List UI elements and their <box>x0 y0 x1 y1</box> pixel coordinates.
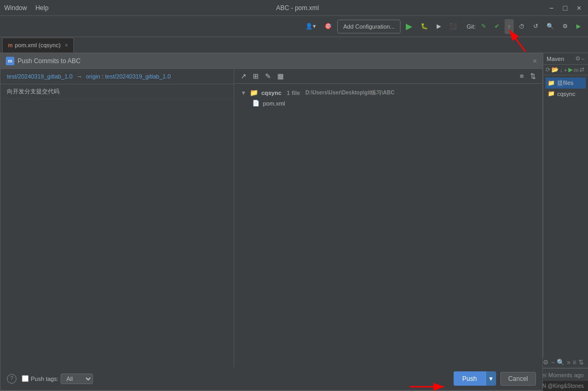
maven-item-cqsync[interactable]: 📁 cqsync <box>546 89 586 99</box>
files-filter-button[interactable]: ⇅ <box>528 71 538 81</box>
bottom-search-button[interactable]: 🔍 <box>557 359 565 366</box>
bottom-hide-button[interactable]: − <box>551 359 555 366</box>
file-tree-root[interactable]: ▼ 📁 cqsync 1 file D:\Users\User\Desktop\… <box>237 87 539 98</box>
dialog-header: m Push Commits to ABC × <box>1 54 542 69</box>
maven-run-icon: ▶ <box>568 66 573 73</box>
maven-download-button[interactable]: ↓ <box>560 67 563 73</box>
bottom-list-icon: ≡ <box>573 359 576 366</box>
git-push-button[interactable]: ↑ <box>505 19 514 34</box>
add-configuration-button[interactable]: Add Configuration... <box>337 20 400 33</box>
dialog-footer: ? Push tags: All <box>1 367 542 390</box>
git-settings-icon: ⚙ <box>563 23 568 30</box>
commits-panel: test/20240319_gitlab_1.0 → origin : test… <box>1 69 234 367</box>
maven-refresh-button[interactable]: ⟳ <box>546 66 550 73</box>
bottom-filter-button[interactable]: ⇅ <box>578 359 584 366</box>
stop-icon: ⬛ <box>449 23 457 30</box>
maven-panel: Maven ⚙ − ⟳ 📂 ↓ + ▶ m <box>543 53 588 391</box>
profile-button[interactable]: 👤▾ <box>302 19 319 34</box>
edit-button[interactable]: ✎ <box>263 71 273 81</box>
close-button[interactable]: × <box>574 3 584 13</box>
maven-item-提files[interactable]: 📁 提files <box>546 77 586 89</box>
branch-from[interactable]: test/20240319_gitlab_1.0 <box>7 73 73 80</box>
view-grid-icon: ⊞ <box>253 72 259 80</box>
target-button[interactable]: 🎯 <box>321 19 335 34</box>
maximize-button[interactable]: □ <box>560 3 570 13</box>
maven-script-button[interactable]: m <box>574 67 578 73</box>
push-tags-area: Push tags: All <box>22 373 93 384</box>
maven-item-label-0: 提files <box>557 79 574 87</box>
files-toolbar-right: ≡ ⇅ <box>517 71 538 81</box>
push-dropdown-icon: ▾ <box>489 375 493 383</box>
git-check-button[interactable]: ✔ <box>491 19 502 34</box>
menu-window[interactable]: Window <box>4 4 27 12</box>
tab-pom-xml[interactable]: m pom.xml (cqsync) × <box>2 38 74 53</box>
maven-run-button[interactable]: ▶ <box>568 66 573 73</box>
cancel-button[interactable]: Cancel <box>500 372 536 386</box>
git-settings-button[interactable]: ⚙ <box>559 19 571 34</box>
push-button[interactable]: Push <box>454 371 485 386</box>
branch-origin[interactable]: origin <box>86 73 100 80</box>
maven-link-icon: ⇄ <box>580 66 584 73</box>
dialog-body: test/20240319_gitlab_1.0 → origin : test… <box>1 69 542 367</box>
git-run-button[interactable]: ▶ <box>573 19 584 34</box>
files-toolbar: ↗ ⊞ ✎ ▦ ≡ <box>234 69 542 84</box>
menu-help[interactable]: Help <box>36 4 49 12</box>
profile-icon: 👤▾ <box>305 23 316 30</box>
maven-link-button[interactable]: ⇄ <box>580 66 584 73</box>
file-name: pom.xml <box>263 100 285 107</box>
maven-action-toolbar: ⟳ 📂 ↓ + ▶ m ⇄ <box>543 65 588 75</box>
run-button[interactable]: ▶ <box>403 19 415 34</box>
push-tags-select[interactable]: All <box>61 373 93 384</box>
push-tags-checkbox[interactable] <box>22 375 29 382</box>
bottom-expand-button[interactable]: » <box>567 359 570 366</box>
bottom-hide-icon: − <box>551 359 555 366</box>
view-toggle-button[interactable]: ▦ <box>275 71 286 81</box>
files-panel: ↗ ⊞ ✎ ▦ ≡ <box>234 69 542 367</box>
maven-open-button[interactable]: 📂 <box>551 66 559 73</box>
debug-button[interactable]: 🐛 <box>417 19 431 34</box>
bottom-settings-icon: ⚙ <box>543 359 549 366</box>
commit-item[interactable]: 向开发分支提交代码 <box>1 84 234 99</box>
editor-pane: m Push Commits to ABC × test/20240319_gi… <box>0 53 543 391</box>
dialog-close-button[interactable]: × <box>533 57 537 65</box>
folder-icon: 📁 <box>250 89 258 97</box>
view-grid-button[interactable]: ⊞ <box>251 71 261 81</box>
git-commit-button[interactable]: ✎ <box>478 19 489 34</box>
tab-close-button[interactable]: × <box>65 42 68 48</box>
commit-message: 向开发分支提交代码 <box>7 88 59 94</box>
view-toggle-icon: ▦ <box>277 72 284 80</box>
git-run-icon: ▶ <box>576 23 581 30</box>
git-revert-button[interactable]: ↺ <box>530 19 541 34</box>
git-search-button[interactable]: 🔍 <box>543 19 557 34</box>
coverage-button[interactable]: ▶ <box>433 19 444 34</box>
help-button[interactable]: ? <box>7 374 16 384</box>
main-toolbar: 👤▾ 🎯 Add Configuration... ▶ 🐛 ▶ ⬛ Git: ✎… <box>0 16 588 37</box>
bottom-list-button[interactable]: ≡ <box>573 359 576 366</box>
bottom-search-icon: 🔍 <box>557 359 565 366</box>
files-sort-button[interactable]: ≡ <box>517 71 526 81</box>
file-path: D:\Users\User\Desktop\git练习\ABC <box>305 89 395 97</box>
branch-to[interactable]: test/20240319_gitlab_1.0 <box>105 73 171 80</box>
maven-script-icon: m <box>574 67 578 73</box>
files-content: ▼ 📁 cqsync 1 file D:\Users\User\Desktop\… <box>234 84 542 367</box>
maven-settings-button[interactable]: ⚙ <box>575 55 581 62</box>
maven-hide-button[interactable]: − <box>582 55 585 62</box>
commit-list: 向开发分支提交代码 <box>1 84 234 367</box>
minimize-button[interactable]: − <box>547 3 556 13</box>
maven-header: Maven ⚙ − <box>543 53 588 65</box>
files-sort-icon: ≡ <box>519 72 524 80</box>
push-dropdown-button[interactable]: ▾ <box>485 371 496 386</box>
bottom-settings-button[interactable]: ⚙ <box>543 359 549 366</box>
run-icon: ▶ <box>406 21 412 31</box>
maven-tree: 📁 提files 📁 cqsync <box>543 75 588 101</box>
title-bar: Window Help ABC - pom.xml − □ × <box>0 0 588 16</box>
git-history-button[interactable]: ⏱ <box>516 19 528 34</box>
maven-title: Maven <box>547 56 564 62</box>
expand-diff-button[interactable]: ↗ <box>238 71 249 81</box>
bottom-expand-icon: » <box>567 359 570 366</box>
target-icon: 🎯 <box>325 23 332 30</box>
stop-button[interactable]: ⬛ <box>446 19 460 34</box>
file-tree-item-pom[interactable]: 📄 pom.xml <box>237 98 539 108</box>
folder-name: cqsync <box>261 90 282 96</box>
maven-add-button[interactable]: + <box>564 67 567 73</box>
